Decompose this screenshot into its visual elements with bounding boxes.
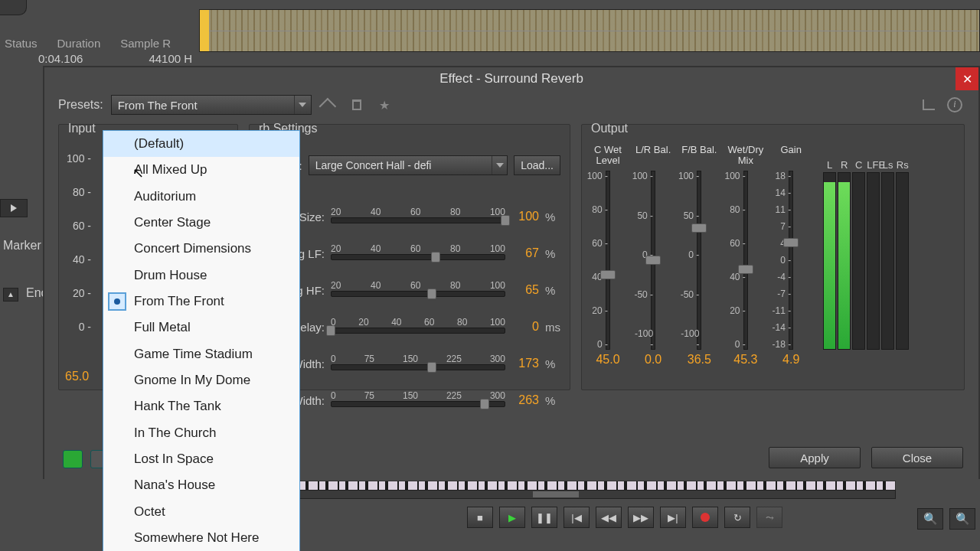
- skip-selection-button[interactable]: ⤳: [756, 507, 782, 528]
- chevron-down-icon[interactable]: [294, 96, 311, 114]
- preset-option[interactable]: Gnome In My Dome: [103, 367, 299, 393]
- slider-unit: %: [545, 210, 560, 223]
- preset-option[interactable]: Center Stage: [103, 210, 299, 236]
- import-preset-icon[interactable]: [319, 96, 339, 114]
- dialog-title: Effect - Surround Reverb: [439, 71, 583, 86]
- slider-unit: ms: [545, 321, 560, 334]
- power-toggle[interactable]: [63, 450, 83, 468]
- fader-knob[interactable]: [738, 265, 753, 274]
- meter-label: LFE: [867, 159, 880, 171]
- slider-knob[interactable]: [427, 362, 436, 373]
- fader-value: 0.0: [645, 353, 662, 367]
- slider-row: Pre-Delay: 020406080100 0 ms: [259, 313, 560, 341]
- loop-button[interactable]: ↻: [724, 507, 750, 528]
- fader-track[interactable]: 100 -80 -60 -40 -20 -0 -: [591, 171, 625, 350]
- favorite-icon[interactable]: [374, 96, 394, 114]
- slider-unit: %: [545, 247, 560, 260]
- fader-knob[interactable]: [645, 256, 661, 265]
- meter-bar: [823, 172, 836, 350]
- preset-dropdown-list[interactable]: (Default)All Mixed UpAuditoriumCenter St…: [103, 130, 300, 551]
- slider-knob[interactable]: [501, 215, 510, 226]
- slider-value: 67: [511, 246, 539, 260]
- zoom-in-icon[interactable]: 🔍: [917, 508, 943, 530]
- skip-start-button[interactable]: |◀: [564, 507, 590, 528]
- routing-icon[interactable]: [919, 96, 939, 114]
- slider-value: 173: [511, 357, 539, 370]
- slider-unit: %: [545, 357, 560, 370]
- slider-knob[interactable]: [480, 399, 489, 409]
- slider-knob[interactable]: [326, 325, 335, 336]
- play-button[interactable]: ▶: [499, 507, 525, 528]
- slider-track[interactable]: 20406080100: [331, 280, 505, 300]
- slider-knob[interactable]: [427, 289, 436, 299]
- output-fader: C WetLevel 100 -80 -60 -40 -20 -0 - 45.0: [591, 145, 625, 367]
- output-title: Output: [591, 122, 628, 135]
- output-fader: L/R Bal. 100 -50 -0 --50 --100 - 0.0: [635, 145, 671, 367]
- expand-icon[interactable]: ▲: [3, 288, 18, 302]
- preset-option[interactable]: Concert Dimensions: [103, 236, 299, 262]
- close-button[interactable]: ✕: [956, 67, 978, 90]
- horizontal-scrollbar[interactable]: [198, 490, 896, 499]
- fader-knob[interactable]: [783, 238, 799, 247]
- preset-option[interactable]: Full Metal: [103, 315, 299, 341]
- info-icon[interactable]: [945, 96, 965, 114]
- preset-option[interactable]: In The Church: [103, 420, 299, 446]
- preset-option[interactable]: (Default): [103, 131, 299, 157]
- fader-value: 4.9: [782, 353, 799, 367]
- fader-track[interactable]: 100 -50 -0 --50 --100 -: [636, 171, 670, 350]
- preset-option[interactable]: Drum House: [103, 262, 299, 289]
- output-fader: Wet/DryMix 100 -80 -60 -40 -20 -0 - 45.3: [728, 145, 764, 367]
- slider-unit: %: [545, 284, 560, 297]
- chevron-down-icon[interactable]: [492, 156, 507, 174]
- slider-row: amping HF: 20406080100 65 %: [259, 276, 560, 304]
- preset-option[interactable]: Nana's House: [103, 472, 299, 498]
- pause-button[interactable]: ❚❚: [531, 507, 557, 528]
- preset-option[interactable]: Somewhere Not Here: [103, 525, 299, 551]
- record-button[interactable]: [692, 507, 718, 528]
- fader-track[interactable]: 18 -14 -11 -7 -4 -0 --4 --7 --11 --14 --…: [774, 171, 808, 350]
- rewind-button[interactable]: ◀◀: [596, 507, 622, 528]
- slider-track[interactable]: 075150225300: [331, 390, 505, 410]
- preset-option[interactable]: Hank The Tank: [103, 393, 299, 419]
- fader-label: Gain: [780, 145, 801, 171]
- fader-knob[interactable]: [600, 270, 616, 279]
- zoom-out-icon[interactable]: 🔍: [949, 508, 975, 530]
- transport-controls: ■ ▶ ❚❚ |◀ ◀◀ ▶▶ ▶| ↻ ⤳: [467, 507, 782, 528]
- fader-label: L/R Bal.: [635, 145, 671, 171]
- slider-track[interactable]: 20406080100: [331, 243, 505, 263]
- playhead[interactable]: [200, 10, 209, 51]
- fader-knob[interactable]: [691, 223, 707, 233]
- delete-preset-icon[interactable]: [347, 96, 367, 114]
- fader-track[interactable]: 100 -50 -0 --50 --100 -: [682, 171, 716, 350]
- slider-value: 263: [511, 393, 539, 407]
- apply-button[interactable]: Apply: [769, 447, 861, 468]
- slider-row: und Width: 075150225300 263 %: [259, 386, 560, 414]
- fast-forward-button[interactable]: ▶▶: [628, 507, 654, 528]
- stop-button[interactable]: ■: [467, 507, 493, 528]
- fader-track[interactable]: 100 -80 -60 -40 -20 -0 -: [729, 171, 763, 350]
- load-button[interactable]: Load...: [514, 155, 560, 175]
- preset-option[interactable]: Lost In Space: [103, 446, 299, 472]
- dialog-titlebar[interactable]: Effect - Surround Reverb ✕: [44, 67, 978, 90]
- input-scale: 100 -80 -60 -40 -20 -0 -: [67, 152, 91, 333]
- col-status: Status: [0, 35, 42, 51]
- close-dialog-button[interactable]: Close: [871, 447, 963, 468]
- slider-unit: %: [545, 394, 560, 407]
- preset-option[interactable]: From The Front: [103, 289, 299, 315]
- preset-option[interactable]: Auditorium: [103, 184, 299, 210]
- slider-track[interactable]: 075150225300: [331, 354, 505, 373]
- slider-track[interactable]: 020406080100: [331, 317, 505, 337]
- slider-knob[interactable]: [431, 252, 440, 262]
- skip-end-button[interactable]: ▶|: [660, 507, 686, 528]
- play-preview-icon[interactable]: [0, 199, 28, 217]
- preset-dropdown[interactable]: From The Front: [111, 95, 312, 115]
- preset-option[interactable]: Game Time Stadium: [103, 341, 299, 367]
- preset-option[interactable]: Octet: [103, 499, 299, 525]
- meter-label: Rs: [896, 159, 909, 171]
- scrollbar-thumb[interactable]: [533, 491, 579, 497]
- waveform-overview[interactable]: [199, 9, 980, 52]
- impulse-dropdown[interactable]: Large Concert Hall - defi: [309, 155, 508, 175]
- slider-track[interactable]: 20406080100: [331, 207, 505, 227]
- preset-option[interactable]: All Mixed Up: [103, 157, 299, 183]
- meter-label: Ls: [881, 159, 894, 171]
